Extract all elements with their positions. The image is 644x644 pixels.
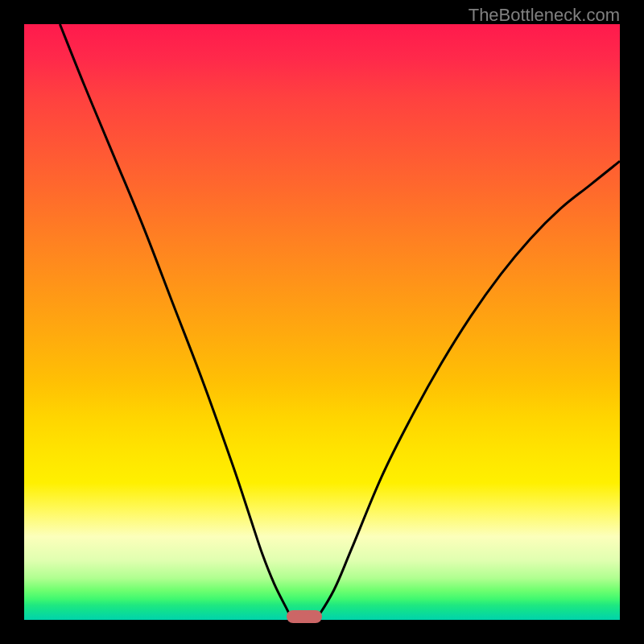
chart-area xyxy=(24,24,620,620)
left-curve-path xyxy=(60,24,292,620)
bottleneck-marker xyxy=(287,610,322,623)
curves-overlay xyxy=(24,24,620,620)
watermark-text: TheBottleneck.com xyxy=(469,5,620,26)
right-curve-path xyxy=(316,161,620,620)
